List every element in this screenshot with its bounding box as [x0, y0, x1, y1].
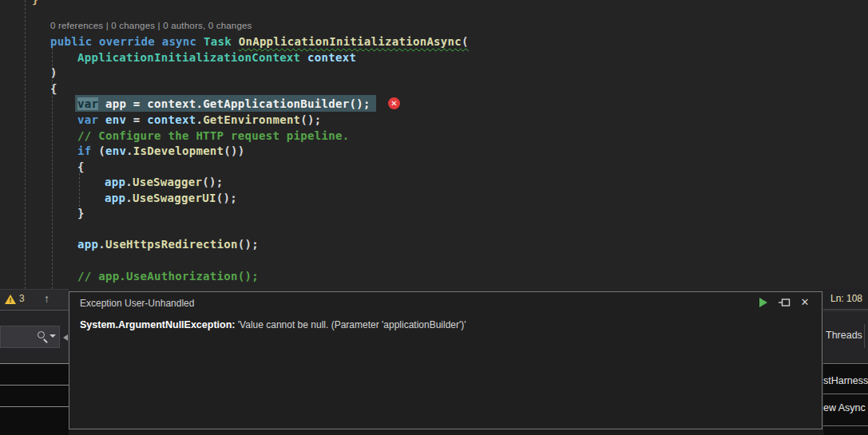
code-line[interactable]: var env = context.GetEnvironment(); [77, 112, 322, 128]
code-token [98, 97, 105, 110]
code-token: var [77, 113, 105, 126]
exception-message: System.ArgumentNullException: 'Value can… [80, 319, 466, 330]
row-divider [823, 425, 868, 426]
code-token: UseSwagger [133, 176, 202, 188]
code-editor[interactable]: } 0 references | 0 changes | 0 authors, … [0, 0, 868, 289]
code-token: OnApplicationInitializationAsync [239, 35, 462, 48]
watch-grid[interactable] [0, 363, 69, 435]
code-token: context [147, 97, 196, 110]
code-line[interactable]: app.UseHttpsRedirection(); [77, 236, 259, 252]
code-token: (); [349, 97, 370, 110]
code-line[interactable]: app.UseSwaggerUI(); [105, 190, 237, 206]
line-indicator-strip: Ln: 108 [823, 289, 868, 309]
code-line[interactable]: var app = context.GetApplicationBuilder(… [77, 96, 371, 112]
code-token: = [126, 97, 147, 110]
pin-icon [777, 295, 791, 310]
popup-title: Exception User-Unhandled [80, 298, 194, 309]
code-token: } [77, 207, 85, 219]
exception-popup: Exception User-Unhandled ✕ System.Argume… [69, 291, 822, 429]
document-health-bar: ! 3 ↑ [0, 289, 69, 309]
warning-count[interactable]: 3 [19, 293, 25, 304]
threads-tab-area: Threads [823, 311, 868, 363]
partial-closing-brace: } [32, 0, 38, 7]
codelens-label[interactable]: 0 references | 0 changes | 0 authors, 0 … [50, 21, 252, 30]
code-token: ( [98, 144, 105, 157]
code-token: { [50, 82, 57, 95]
code-token: ApplicationInitializationContext [77, 51, 307, 64]
code-token: ) [50, 66, 57, 79]
code-token: (); [300, 113, 321, 126]
search-dropdown-caret-icon[interactable] [50, 334, 56, 338]
splitter-arrow-icon[interactable] [63, 334, 68, 341]
code-line[interactable]: { [50, 81, 57, 97]
code-token: // Configure the HTTP request pipeline. [77, 129, 349, 142]
code-token: (); [238, 238, 259, 251]
up-arrow-icon[interactable]: ↑ [44, 292, 50, 305]
code-token: . [98, 238, 105, 251]
exception-detail: 'Value cannot be null. (Parameter 'appli… [235, 319, 466, 330]
code-token: app [77, 238, 98, 251]
code-token: . [125, 176, 133, 188]
row-divider [823, 393, 868, 394]
code-token: (); [202, 176, 223, 188]
code-line[interactable]: } [77, 205, 85, 221]
search-input[interactable] [0, 326, 60, 348]
callstack-panel: stHarness.A ew Async C [823, 363, 868, 435]
popup-shadow-strip [69, 429, 822, 435]
indent-guide [25, 0, 26, 289]
vs-debug-screen: } 0 references | 0 changes | 0 authors, … [0, 0, 868, 435]
search-icon[interactable] [38, 331, 45, 338]
code-token: (); [216, 192, 237, 204]
code-line[interactable]: ) [50, 65, 57, 81]
callstack-row[interactable]: ew Async C [823, 402, 868, 413]
continue-button[interactable] [756, 295, 771, 310]
code-token: // app.UseAuthorization(); [77, 270, 259, 283]
exception-error-icon[interactable]: ✕ [388, 97, 400, 109]
code-line[interactable]: ApplicationInitializationContext context [77, 49, 356, 65]
code-token: if [77, 144, 98, 157]
grid-row-divider [0, 385, 69, 386]
code-token: app [105, 192, 125, 204]
pin-button[interactable] [777, 295, 791, 310]
callstack-row[interactable]: stHarness.A [823, 375, 868, 386]
code-token: ()) [224, 144, 244, 157]
tab-divider [864, 324, 865, 348]
code-line[interactable]: public override async Task OnApplication… [50, 34, 469, 49]
code-token: context [307, 51, 356, 64]
code-token: app [105, 176, 125, 188]
tab-threads[interactable]: Threads [826, 330, 862, 341]
code-token: . [196, 113, 203, 126]
code-token: env [105, 113, 126, 126]
warning-icon: ! [5, 295, 16, 304]
grid-row-divider [0, 406, 69, 407]
code-line[interactable]: app.UseSwagger(); [105, 174, 223, 190]
code-token: env [105, 144, 126, 157]
code-line[interactable]: // app.UseAuthorization(); [77, 268, 259, 284]
code-token: var [77, 97, 98, 110]
exception-type: System.ArgumentNullException: [80, 319, 235, 330]
code-token: context [147, 113, 196, 126]
code-line[interactable]: if (env.IsDevelopment()) [77, 143, 245, 159]
code-token: IsDevelopment [133, 144, 224, 157]
code-token: ( [462, 35, 469, 48]
code-token: . [125, 192, 133, 204]
code-token: GetEnvironment [203, 113, 300, 126]
code-token: . [196, 97, 203, 110]
code-token: app [105, 97, 126, 110]
code-token: Task [204, 35, 239, 48]
code-token: GetApplicationBuilder [203, 97, 349, 110]
close-button[interactable]: ✕ [798, 295, 812, 310]
play-icon [759, 298, 767, 307]
code-line[interactable]: { [77, 159, 85, 175]
indent-guide [79, 173, 80, 207]
line-indicator: Ln: 108 [830, 293, 862, 304]
code-token: public override async [50, 35, 204, 48]
code-token: . [126, 144, 133, 157]
code-token: UseSwaggerUI [133, 192, 216, 204]
code-line[interactable]: // Configure the HTTP request pipeline. [77, 128, 349, 144]
code-token: = [126, 113, 147, 126]
code-token: UseHttpsRedirection [105, 238, 238, 251]
code-token: { [77, 160, 85, 173]
